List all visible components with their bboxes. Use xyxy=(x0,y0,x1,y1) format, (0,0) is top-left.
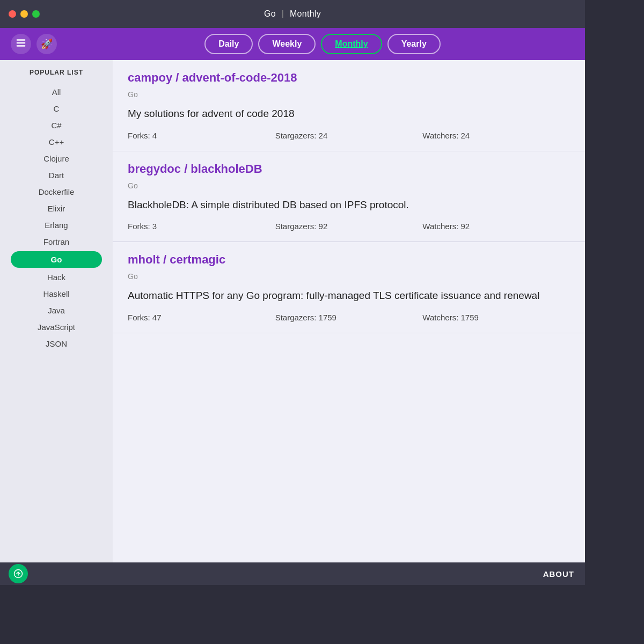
repo-name[interactable]: mholt / certmagic xyxy=(128,253,570,267)
repo-language: Go xyxy=(128,181,570,190)
stack-icon xyxy=(16,38,26,51)
toolbar-icons: 🚀 xyxy=(11,34,57,54)
repo-stats: Forks: 47 Stargazers: 1759 Watchers: 175… xyxy=(128,313,570,322)
repo-language: Go xyxy=(128,90,570,99)
sidebar-item-dockerfile[interactable]: Dockerfile xyxy=(0,184,113,200)
app-title: Go | Monthly xyxy=(264,9,321,19)
rocket-icon: 🚀 xyxy=(41,38,53,50)
sidebar-item-javascript[interactable]: JavaScript xyxy=(0,319,113,335)
sidebar-item-go[interactable]: Go xyxy=(11,251,102,268)
sidebar-item-clojure[interactable]: Clojure xyxy=(0,150,113,167)
svg-rect-1 xyxy=(17,42,26,43)
repo-forks: Forks: 3 xyxy=(128,222,275,231)
repo-description: My solutions for advent of code 2018 xyxy=(128,106,570,121)
stack-icon-button[interactable] xyxy=(11,34,31,54)
repo-name[interactable]: bregydoc / blackholeDB xyxy=(128,162,570,176)
repo-stargazers: Stargazers: 92 xyxy=(275,222,423,231)
repo-language: Go xyxy=(128,272,570,281)
toolbar: 🚀 Daily Weekly Monthly Yearly xyxy=(0,28,585,60)
minimize-button[interactable] xyxy=(20,10,28,18)
titlebar: Go | Monthly xyxy=(0,0,585,28)
sidebar-item-erlang[interactable]: Erlang xyxy=(0,217,113,233)
main-layout: POPULAR LIST All C C# C++ Clojure Dart D… xyxy=(0,60,585,562)
sidebar-item-java[interactable]: Java xyxy=(0,302,113,319)
sidebar-item-all[interactable]: All xyxy=(0,84,113,100)
repo-stats: Forks: 3 Stargazers: 92 Watchers: 92 xyxy=(128,222,570,231)
repo-description: Automatic HTTPS for any Go program: full… xyxy=(128,288,570,303)
repo-card: campoy / advent-of-code-2018 Go My solut… xyxy=(113,60,585,151)
svg-rect-2 xyxy=(17,45,26,47)
nav-tabs: Daily Weekly Monthly Yearly xyxy=(204,34,441,54)
rocket-icon-button[interactable]: 🚀 xyxy=(36,34,57,54)
sidebar-item-c[interactable]: C xyxy=(0,100,113,117)
sidebar-item-cpp[interactable]: C++ xyxy=(0,134,113,150)
repo-forks: Forks: 47 xyxy=(128,313,275,322)
about-button[interactable]: ABOUT xyxy=(543,569,574,579)
maximize-button[interactable] xyxy=(32,10,40,18)
sidebar-item-json[interactable]: JSON xyxy=(0,335,113,352)
sidebar-item-hack[interactable]: Hack xyxy=(0,269,113,286)
sidebar-item-elixir[interactable]: Elixir xyxy=(0,200,113,217)
bottom-bar: ABOUT xyxy=(0,562,585,585)
tab-daily[interactable]: Daily xyxy=(204,34,253,54)
svg-rect-0 xyxy=(17,39,26,41)
traffic-lights xyxy=(9,10,40,18)
repo-watchers: Watchers: 92 xyxy=(422,222,570,231)
sidebar-title: POPULAR LIST xyxy=(0,69,113,76)
close-button[interactable] xyxy=(9,10,16,18)
repo-watchers: Watchers: 1759 xyxy=(422,313,570,322)
tab-yearly[interactable]: Yearly xyxy=(387,34,441,54)
repo-watchers: Watchers: 24 xyxy=(422,131,570,140)
tab-weekly[interactable]: Weekly xyxy=(258,34,316,54)
repo-card: bregydoc / blackholeDB Go BlackholeDB: A… xyxy=(113,151,585,243)
repo-stats: Forks: 4 Stargazers: 24 Watchers: 24 xyxy=(128,131,570,140)
content-area: campoy / advent-of-code-2018 Go My solut… xyxy=(113,60,585,562)
repo-name[interactable]: campoy / advent-of-code-2018 xyxy=(128,71,570,85)
sidebar-item-csharp[interactable]: C# xyxy=(0,117,113,134)
sidebar-item-haskell[interactable]: Haskell xyxy=(0,286,113,302)
upload-icon[interactable] xyxy=(9,564,28,583)
repo-forks: Forks: 4 xyxy=(128,131,275,140)
sidebar-item-fortran[interactable]: Fortran xyxy=(0,233,113,250)
repo-description: BlackholeDB: A simple distributed DB bas… xyxy=(128,197,570,213)
repo-stargazers: Stargazers: 24 xyxy=(275,131,423,140)
repo-stargazers: Stargazers: 1759 xyxy=(275,313,423,322)
sidebar: POPULAR LIST All C C# C++ Clojure Dart D… xyxy=(0,60,113,562)
tab-monthly[interactable]: Monthly xyxy=(321,34,382,54)
repo-card: mholt / certmagic Go Automatic HTTPS for… xyxy=(113,242,585,333)
sidebar-item-dart[interactable]: Dart xyxy=(0,167,113,184)
